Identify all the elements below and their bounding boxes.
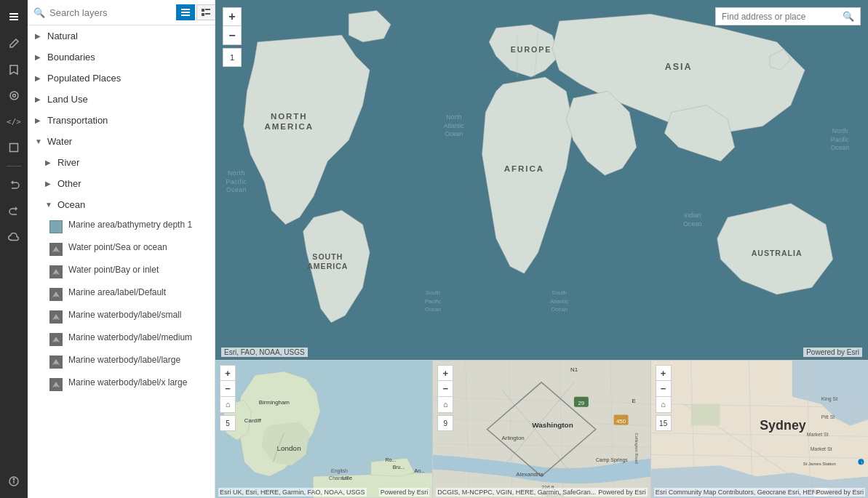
svg-rect-17: [55, 273, 57, 275]
find-address-input[interactable]: [722, 12, 838, 22]
layer-group-other[interactable]: ▶ Other: [28, 173, 215, 194]
uk-map-controls: + − ⌂ 5: [220, 365, 236, 431]
svg-point-4: [12, 94, 15, 97]
uk-zoom-in[interactable]: +: [220, 365, 236, 381]
mini-map-dc[interactable]: Washington Arlington Alexandria 29 450 2…: [433, 361, 650, 498]
left-toolbar: </>: [0, 0, 28, 498]
svg-rect-21: [55, 364, 57, 365]
chevron-right-icon: ▶: [35, 53, 44, 61]
content-icon[interactable]: [3, 137, 25, 158]
search-address-icon[interactable]: 🔍: [843, 11, 854, 22]
uk-home[interactable]: ⌂: [220, 397, 236, 413]
svg-text:Ocean: Ocean: [445, 130, 463, 137]
mini-map-sydney[interactable]: King St Pitt St Market St Market St Sydn…: [651, 361, 868, 498]
svg-rect-20: [55, 341, 57, 342]
svg-text:Atlantic: Atlantic: [550, 298, 568, 305]
zoom-out-button[interactable]: −: [223, 26, 242, 45]
layers-list: ▶ Natural ▶ Boundaries ▶ Populated Place…: [28, 25, 215, 498]
svg-text:An...: An...: [415, 468, 425, 473]
ocean-item-5[interactable]: Marine waterbody/label/medium: [28, 328, 215, 350]
ocean-item-0[interactable]: Marine area/bathymetry depth 1: [28, 215, 215, 238]
svg-rect-0: [9, 13, 18, 15]
dc-zoom-out[interactable]: −: [437, 381, 453, 397]
layer-group-ocean[interactable]: ▼ Ocean: [28, 194, 215, 215]
svg-text:Sydney: Sydney: [760, 418, 806, 433]
ocean-item-4-label: Marine waterbody/label/small: [68, 310, 181, 321]
maps-bottom: London Cardiff Birmingham Lille Bru... E…: [215, 360, 868, 498]
chevron-down-icon: ▼: [35, 137, 44, 145]
svg-text:South: South: [552, 289, 567, 296]
layer-group-boundaries[interactable]: ▶ Boundaries: [28, 47, 215, 68]
layer-group-land-use[interactable]: ▶ Land Use: [28, 89, 215, 110]
svg-text:South: South: [426, 289, 440, 296]
uk-attribution: Esri UK, Esri, HERE, Garmin, FAO, NOAA, …: [218, 488, 367, 497]
svg-text:King St: King St: [821, 396, 837, 402]
view-detail-btn[interactable]: [196, 4, 215, 20]
chevron-right-icon: ▶: [35, 116, 44, 124]
svg-rect-11: [181, 15, 190, 16]
svg-text:Washington: Washington: [533, 421, 574, 429]
layer-group-transportation[interactable]: ▶ Transportation: [28, 110, 215, 131]
zoom-in-button[interactable]: +: [223, 7, 242, 26]
analysis-icon[interactable]: [3, 84, 25, 106]
svg-text:i: i: [861, 460, 861, 465]
ocean-item-1[interactable]: Water point/Sea or ocean: [28, 238, 215, 260]
search-input[interactable]: [49, 7, 172, 18]
svg-rect-10: [181, 12, 190, 13]
ocean-item-3[interactable]: Marine area/label/Default: [28, 283, 215, 305]
legend-water-icon: [49, 243, 63, 256]
uk-zoom-out[interactable]: −: [220, 381, 236, 397]
dc-attribution: DCGIS, M-NCPPC, VGIN, HERE, Garmin, Safe…: [436, 488, 597, 497]
svg-text:North: North: [228, 169, 245, 177]
edit-icon[interactable]: [3, 32, 25, 54]
dc-home[interactable]: ⌂: [437, 397, 453, 413]
map-top[interactable]: NORTH AMERICA SOUTH AMERICA EUROPE AFRIC…: [215, 0, 868, 360]
map-controls-top-left: + − 1: [223, 7, 242, 67]
mini-map-uk[interactable]: London Cardiff Birmingham Lille Bru... E…: [215, 361, 433, 498]
chevron-right-icon: ▶: [35, 95, 44, 103]
svg-text:Atlantic: Atlantic: [444, 122, 465, 129]
svg-rect-9: [181, 9, 190, 10]
redo-icon[interactable]: [3, 200, 25, 222]
svg-point-3: [10, 92, 18, 100]
chevron-right-icon: ▶: [35, 32, 44, 40]
map-attribution: Esri, FAO, NOAA, USGS: [221, 348, 308, 357]
svg-text:Camp Springs: Camp Springs: [596, 457, 629, 463]
bookmark-icon[interactable]: [3, 58, 25, 80]
svg-rect-12: [202, 9, 204, 12]
search-bar: 🔍: [28, 0, 215, 25]
sydney-zoom-out[interactable]: −: [656, 381, 672, 397]
sydney-home[interactable]: ⌂: [656, 397, 672, 413]
ocean-item-0-label: Marine area/bathymetry depth 1: [68, 220, 192, 231]
svg-text:29: 29: [578, 400, 585, 406]
dc-zoom-in[interactable]: +: [437, 365, 453, 381]
search-icon: 🔍: [33, 7, 45, 18]
cloud-icon[interactable]: [3, 226, 25, 248]
layer-populated-places-label: Populated Places: [47, 73, 121, 84]
layer-group-river[interactable]: ▶ River: [28, 152, 215, 173]
view-list-btn[interactable]: [176, 4, 195, 20]
view-toggle: [176, 4, 215, 20]
ocean-item-2[interactable]: Water point/Bay or inlet: [28, 260, 215, 283]
info-icon[interactable]: [3, 470, 25, 492]
svg-text:North: North: [832, 127, 848, 134]
layer-water-label: Water: [47, 136, 72, 147]
svg-rect-18: [55, 296, 57, 297]
svg-text:N1: N1: [570, 366, 578, 373]
svg-text:Ocean: Ocean: [831, 144, 850, 151]
ocean-item-7[interactable]: Marine waterbody/label/x large: [28, 373, 215, 395]
layer-group-water[interactable]: ▼ Water: [28, 131, 215, 152]
svg-text:Ocean: Ocean: [226, 186, 247, 193]
uk-attribution-right: Powered by Esri: [379, 488, 430, 497]
undo-icon[interactable]: [3, 174, 25, 196]
code-icon[interactable]: </>: [3, 111, 25, 132]
layer-group-populated-places[interactable]: ▶ Populated Places: [28, 68, 215, 89]
legend-teal-icon: [49, 220, 63, 233]
dc-attribution-right: Powered by Esri: [597, 488, 648, 497]
layer-group-natural[interactable]: ▶ Natural: [28, 25, 215, 47]
layers-icon[interactable]: [3, 6, 25, 28]
svg-text:ASIA: ASIA: [665, 62, 693, 72]
sydney-zoom-in[interactable]: +: [656, 365, 672, 381]
ocean-item-6[interactable]: Marine waterbody/label/large: [28, 350, 215, 373]
ocean-item-4[interactable]: Marine waterbody/label/small: [28, 305, 215, 328]
